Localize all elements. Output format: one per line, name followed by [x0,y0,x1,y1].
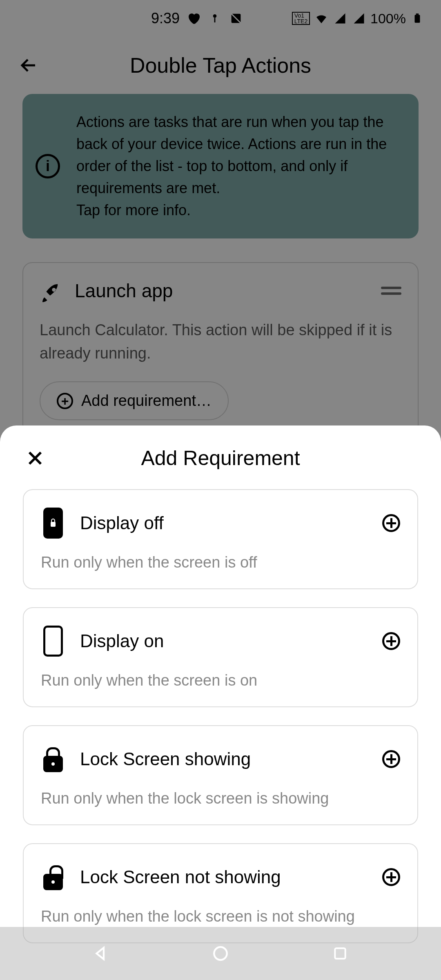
nav-home-button[interactable] [208,941,233,966]
add-icon [382,632,400,650]
lock-icon [41,743,65,775]
requirement-title: Display off [80,513,368,533]
svg-rect-4 [51,522,56,527]
requirement-title: Display on [80,631,368,651]
system-nav-bar [0,927,441,980]
close-button[interactable] [23,446,47,470]
requirement-lock-showing[interactable]: Lock Screen showing Run only when the lo… [23,725,418,825]
requirement-display-on[interactable]: Display on Run only when the screen is o… [23,607,418,707]
requirement-description: Run only when the lock screen is not sho… [41,908,400,925]
requirement-title: Lock Screen showing [80,749,368,769]
add-icon [382,514,400,532]
nav-recents-button[interactable] [328,941,352,966]
requirement-display-off[interactable]: Display off Run only when the screen is … [23,489,418,589]
add-icon [382,750,400,768]
requirement-description: Run only when the screen is off [41,554,400,571]
sheet-title: Add Requirement [47,446,394,470]
unlock-icon [41,861,65,893]
phone-icon [41,625,65,657]
phone-locked-icon [41,507,65,539]
add-requirement-sheet: Add Requirement Display off Run only whe… [0,425,441,980]
requirement-description: Run only when the screen is on [41,672,400,689]
add-icon [382,868,400,886]
requirement-description: Run only when the lock screen is showing [41,790,400,807]
nav-back-button[interactable] [89,941,113,966]
svg-rect-6 [335,948,345,958]
requirement-title: Lock Screen not showing [80,867,368,887]
svg-point-5 [214,947,227,960]
